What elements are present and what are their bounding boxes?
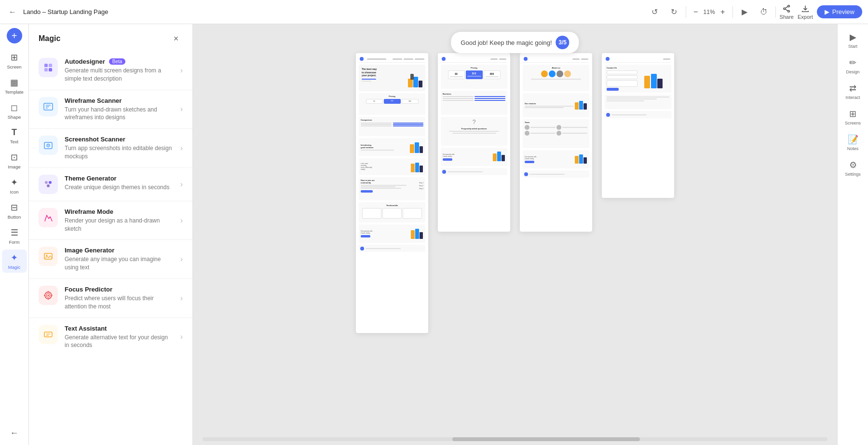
focus-predictor-icon [39, 286, 58, 305]
topbar-actions: ↺ ↻ − 11% + ▶ ⏱ Share Export ▶ Preview [647, 4, 862, 20]
export-button[interactable]: Export [798, 4, 813, 20]
magic-item-focus-predictor[interactable]: Focus Predictor Predict where users will… [29, 279, 192, 318]
beta-badge: Beta [109, 58, 126, 65]
timer-button[interactable]: ⏱ [756, 4, 772, 20]
magic-panel-close-button[interactable]: × [169, 32, 183, 45]
theme-generator-text: Theme Generator Create unique design the… [65, 175, 174, 192]
screenshot-scanner-chevron: › [180, 144, 183, 153]
svg-point-1 [784, 8, 786, 10]
back-to-home-button[interactable]: ← [2, 425, 27, 441]
screen-tool[interactable]: ⊞ Screen [2, 49, 27, 72]
magic-panel-title: Magic [39, 34, 60, 43]
magic-item-text-assistant[interactable]: Text Assistant Generate alternative text… [29, 318, 192, 357]
svg-rect-48 [579, 101, 583, 110]
svg-rect-42 [415, 229, 419, 239]
form-label: Form [9, 239, 19, 245]
magic-tool[interactable]: ✦ Magic [2, 250, 27, 273]
zoom-in-button[interactable]: + [717, 6, 729, 18]
magic-item-image-generator[interactable]: Image Generator Generate any image you c… [29, 240, 192, 279]
svg-point-23 [48, 294, 49, 296]
zoom-level: 11% [704, 9, 715, 15]
image-tool[interactable]: ⊡ Image [2, 149, 27, 172]
svg-rect-49 [583, 103, 587, 110]
svg-rect-40 [420, 166, 423, 172]
share-button[interactable]: Share [780, 4, 794, 20]
icon-tool[interactable]: ✦ Icon [2, 174, 27, 197]
theme-generator-icon [39, 175, 58, 194]
svg-point-17 [49, 181, 52, 184]
svg-rect-55 [657, 79, 663, 88]
svg-rect-37 [420, 146, 423, 153]
screens-tool-button[interactable]: ⊞ Screens [840, 105, 867, 129]
svg-rect-46 [502, 155, 505, 161]
wireframe-scanner-desc: Turn your hand-drawn sketches and wirefr… [65, 106, 174, 122]
image-generator-chevron: › [180, 255, 183, 264]
magic-item-wireframe-mode[interactable]: Wireframe Mode Render your design as a h… [29, 201, 192, 240]
design-label: Design [846, 70, 859, 74]
wireframe-mode-chevron: › [180, 216, 183, 225]
undo-button[interactable]: ↺ [647, 4, 663, 20]
magic-item-wireframe-scanner[interactable]: Wireframe Scanner Turn your hand-drawn s… [29, 90, 192, 129]
interact-icon: ⇄ [849, 83, 856, 94]
magic-panel-header: Magic × [29, 24, 192, 51]
zoom-out-button[interactable]: − [690, 6, 702, 18]
svg-rect-36 [415, 142, 419, 153]
svg-rect-31 [408, 79, 413, 87]
svg-line-3 [786, 9, 788, 11]
form-icon: ☰ [11, 227, 18, 238]
topbar: ← Lando – Startup Landing Page ↺ ↻ − 11%… [0, 0, 868, 24]
shape-tool[interactable]: ◻ Shape [2, 99, 27, 123]
image-generator-desc: Generate any image you can imagine using… [65, 255, 174, 272]
button-tool[interactable]: ⊟ Button [2, 199, 27, 222]
svg-rect-52 [583, 157, 587, 164]
svg-rect-7 [44, 68, 48, 71]
svg-rect-33 [419, 81, 422, 87]
play-button[interactable]: ▶ [737, 4, 752, 20]
text-icon: T [12, 127, 17, 138]
start-tool-button[interactable]: ▶ Start [840, 28, 867, 53]
canvas-area: Good job! Keep the magic going! 3/5 [193, 24, 837, 445]
notes-label: Notes [847, 146, 859, 151]
add-screen-button[interactable]: + [7, 28, 22, 43]
magic-item-screenshot-scanner[interactable]: Screenshot Scanner Turn app screenshots … [29, 129, 192, 168]
image-generator-name: Image Generator [65, 247, 174, 254]
page-preview-4[interactable]: Contact Us [602, 53, 674, 198]
page-preview-1[interactable]: The best wayto showcaseyour project. [356, 53, 428, 333]
magic-icon: ✦ [11, 252, 18, 263]
theme-generator-desc: Create unique design themes in seconds [65, 183, 174, 192]
svg-point-15 [48, 145, 49, 146]
text-tool[interactable]: T Text [2, 125, 27, 147]
icon-label: Icon [10, 189, 19, 195]
design-icon: ✏ [849, 57, 856, 68]
svg-rect-28 [44, 332, 52, 337]
magic-item-theme-generator[interactable]: Theme Generator Create unique design the… [29, 168, 192, 201]
start-icon: ▶ [850, 32, 856, 42]
add-icon: + [12, 30, 17, 42]
theme-generator-name: Theme Generator [65, 175, 174, 182]
text-label: Text [10, 139, 18, 144]
form-tool[interactable]: ☰ Form [2, 224, 27, 248]
preview-button[interactable]: ▶ Preview [817, 5, 862, 18]
page-preview-2[interactable]: Pricing $9 $19 $99 [438, 53, 510, 232]
right-sidebar: ▶ Start ✏ Design ⇄ Interact ⊞ Screens 📝 … [837, 24, 868, 445]
svg-rect-39 [415, 163, 419, 172]
svg-rect-38 [411, 164, 415, 172]
image-generator-text: Image Generator Generate any image you c… [65, 247, 174, 272]
wireframe-scanner-name: Wireframe Scanner [65, 97, 174, 104]
notes-tool-button[interactable]: 📝 Notes [840, 130, 867, 155]
notification-counter: 3/5 [556, 36, 570, 49]
undo-icon: ↺ [651, 7, 658, 16]
back-icon: ← [9, 8, 16, 16]
design-tool-button[interactable]: ✏ Design [840, 54, 867, 78]
back-button[interactable]: ← [6, 5, 19, 19]
template-tool[interactable]: ▦ Template [2, 74, 27, 97]
interact-tool-button[interactable]: ⇄ Interact [840, 79, 867, 104]
settings-tool-button[interactable]: ⚙ Settings [840, 156, 867, 181]
canvas-content[interactable]: The best wayto showcaseyour project. [193, 24, 837, 437]
magic-item-autodesigner[interactable]: Autodesigner Beta Generate multi screen … [29, 51, 192, 90]
svg-rect-53 [644, 76, 650, 88]
redo-button[interactable]: ↻ [666, 4, 682, 20]
canvas-scrollbar[interactable] [203, 437, 827, 441]
page-preview-3[interactable]: About us Our mission [520, 53, 592, 232]
svg-point-18 [47, 184, 50, 187]
